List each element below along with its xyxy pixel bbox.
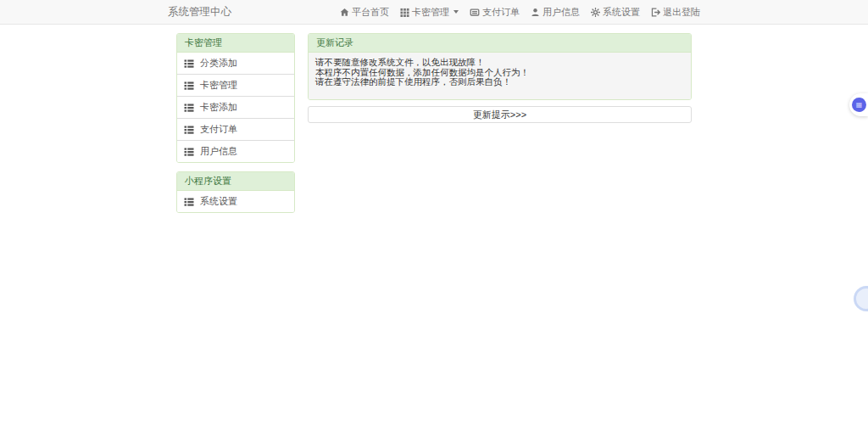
chevron-down-icon (453, 10, 459, 14)
nav-item-label: 系统设置 (603, 6, 640, 19)
sidebar-item-card-manage[interactable]: 卡密管理 (177, 74, 294, 96)
notice-line: 请不要随意修改系统文件，以免出现故障！ (315, 58, 684, 68)
nav-item-label: 退出登陆 (663, 6, 700, 19)
sidebar-item-label: 分类添加 (200, 57, 237, 70)
translate-widget-pill[interactable]: ▦ (849, 93, 868, 116)
floating-assist-ball[interactable] (854, 286, 868, 311)
th-list-icon (184, 125, 194, 135)
update-log-title: 更新记录 (309, 34, 691, 53)
sidebar-item-category-add[interactable]: 分类添加 (177, 53, 294, 74)
sidebar-item-label: 卡密添加 (200, 101, 237, 114)
main-content: 更新记录 请不要随意修改系统文件，以免出现故障！ 本程序不内置任何数据，添加任何… (308, 33, 692, 123)
user-icon (531, 8, 540, 17)
nav-item-card-manage[interactable]: 卡密管理 (400, 6, 459, 19)
notice-text-block: 请不要随意修改系统文件，以免出现故障！ 本程序不内置任何数据，添加任何数据均是个… (309, 53, 691, 99)
nav-links: 平台首页 卡密管理 支付订单 用户信息 系统设置 退出登陆 (340, 6, 700, 19)
translate-widget-icon: ▦ (852, 98, 866, 112)
nav-item-platform-home[interactable]: 平台首页 (340, 6, 389, 19)
home-icon (340, 8, 349, 17)
sidebar-panel-card-manage: 卡密管理 分类添加 卡密管理 卡密添加 支付订单 用户信息 (176, 33, 295, 163)
th-list-icon (184, 147, 194, 157)
sidebar: 卡密管理 分类添加 卡密管理 卡密添加 支付订单 用户信息 (176, 33, 295, 221)
page-container: 卡密管理 分类添加 卡密管理 卡密添加 支付订单 用户信息 (176, 33, 692, 221)
brand-title[interactable]: 系统管理中心 (168, 5, 231, 20)
sidebar-item-label: 用户信息 (200, 145, 237, 158)
sidebar-item-label: 卡密管理 (200, 79, 237, 92)
nav-item-user-info[interactable]: 用户信息 (531, 6, 580, 19)
update-tips-button[interactable]: 更新提示>>> (308, 106, 692, 123)
sidebar-item-system-settings[interactable]: 系统设置 (177, 191, 294, 212)
sidebar-item-label: 系统设置 (200, 195, 237, 208)
sidebar-panel-title: 卡密管理 (177, 34, 294, 53)
sidebar-item-label: 支付订单 (200, 123, 237, 136)
sidebar-panel-miniprogram: 小程序设置 系统设置 (176, 171, 295, 213)
nav-item-system-settings[interactable]: 系统设置 (591, 6, 640, 19)
sidebar-panel-title: 小程序设置 (177, 172, 294, 191)
nav-item-label: 用户信息 (542, 6, 580, 19)
sidebar-item-user-info[interactable]: 用户信息 (177, 140, 294, 162)
navbar-container: 系统管理中心 平台首页 卡密管理 支付订单 用户信息 系统设置 (168, 0, 700, 24)
update-log-panel: 更新记录 请不要随意修改系统文件，以免出现故障！ 本程序不内置任何数据，添加任何… (308, 33, 692, 100)
nav-item-logout[interactable]: 退出登陆 (651, 6, 700, 19)
th-list-icon (184, 81, 194, 91)
sign-out-icon (651, 8, 660, 17)
th-list-icon (184, 103, 194, 113)
nav-item-label: 平台首页 (352, 6, 389, 19)
nav-item-label: 支付订单 (482, 6, 520, 19)
list-alt-icon (470, 8, 480, 17)
sidebar-item-card-add[interactable]: 卡密添加 (177, 96, 294, 118)
top-navbar: 系统管理中心 平台首页 卡密管理 支付订单 用户信息 系统设置 (0, 0, 868, 25)
nav-item-label: 卡密管理 (412, 6, 449, 19)
nav-item-pay-orders[interactable]: 支付订单 (470, 6, 520, 19)
th-list-icon (184, 59, 194, 69)
th-list-icon (184, 197, 194, 207)
notice-line: 请在遵守法律的前提下使用程序，否则后果自负！ (315, 77, 684, 87)
gear-icon (591, 8, 600, 17)
th-grid-icon (400, 8, 409, 17)
sidebar-item-pay-orders[interactable]: 支付订单 (177, 118, 294, 140)
